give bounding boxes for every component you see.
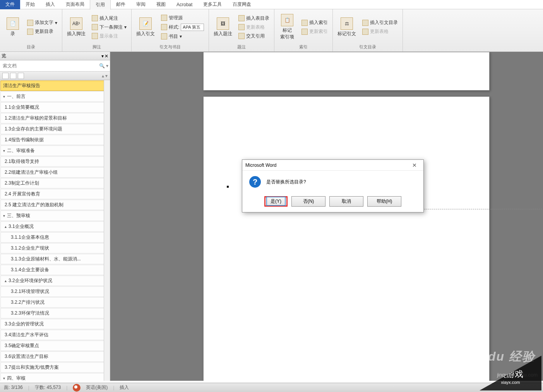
nav-item-label: 四、审核 (7, 375, 26, 381)
expander-icon[interactable]: ▾ (3, 376, 7, 380)
help-button[interactable]: 帮助(H) (367, 196, 401, 207)
update-index-button[interactable]: 更新索引 (300, 27, 329, 36)
nav-item[interactable]: 2.5 建立清洁生产的激励机制 (0, 200, 110, 210)
nav-item[interactable]: 3.7提出和实施无/低费方案 (0, 362, 110, 373)
bibliography-button[interactable]: 书目 ▾ (159, 33, 206, 41)
page-current[interactable]: 目录 (203, 96, 490, 381)
status-mode[interactable]: 插入 (120, 384, 129, 391)
manage-sources-button[interactable]: 管理源 (159, 14, 206, 22)
search-icon[interactable]: 🔍 ▾ (99, 63, 108, 68)
nav-tree[interactable]: 清洁生产审核报告▾一、前言1.1企业简要概况1.2清洁生产审核的背景和目标1.3… (0, 80, 110, 381)
mark-citation-button[interactable]: ⚖标记引文 (336, 11, 358, 43)
cancel-button[interactable]: 取消 (329, 196, 363, 207)
update-toc-button[interactable]: 更新目录 (26, 27, 59, 36)
nav-item[interactable]: 2.1取得领导支持 (0, 156, 110, 167)
next-footnote-label: 下一条脚注 (99, 24, 123, 31)
nav-item[interactable]: 1.3企业存在的主要环境问题 (0, 124, 110, 134)
view-headings-icon[interactable] (2, 73, 9, 79)
nav-item[interactable]: ▾二、审核准备 (0, 146, 110, 156)
nav-item[interactable]: 3.1.2企业生产现状 (0, 243, 110, 253)
insert-citation-button[interactable]: 📝插入引文 (135, 11, 156, 43)
tab-layout[interactable]: 页面布局 (60, 0, 90, 9)
nav-scrollbar[interactable] (104, 80, 110, 381)
nav-item[interactable]: 3.1.4企业主要设备 (0, 265, 110, 275)
tab-baidu[interactable]: 百度网盘 (227, 0, 257, 9)
show-notes-button[interactable]: 显示备注 (90, 32, 128, 40)
nav-item[interactable]: 清洁生产审核报告 (0, 80, 110, 91)
status-bar: 面: 3/136 | 字数: 45,573 | 英语(美国) | 插入 (0, 383, 543, 392)
nav-item[interactable]: ▴3.2企业环境保护状况 (0, 276, 110, 286)
nav-item[interactable]: ▾一、前言 (0, 91, 110, 102)
insert-index-button[interactable]: 插入索引 (300, 19, 329, 27)
toc-icon: 📄 (7, 17, 19, 30)
nav-item[interactable]: 1.4报告书编制依据 (0, 135, 110, 145)
nav-item[interactable]: 3.1.3企业原辅材料、水、能源消... (0, 254, 110, 264)
tab-review[interactable]: 审阅 (131, 0, 151, 9)
nav-item[interactable]: 3.2.1环境管理状况 (0, 286, 110, 297)
expander-icon[interactable]: ▾ (3, 94, 7, 99)
next-footnote-button[interactable]: 下一条脚注 ▾ (90, 23, 128, 31)
nav-item[interactable]: 3.3企业的管理状况 (0, 319, 110, 329)
status-language[interactable]: 英语(美国) (86, 384, 108, 391)
nav-item[interactable]: ▾四、审核 (0, 373, 110, 381)
expander-icon[interactable]: ▴ (5, 279, 9, 283)
view-pages-icon[interactable] (10, 73, 16, 79)
navpane-dropdown-icon[interactable]: ▾ (101, 53, 104, 59)
group-index-label: 索引 (277, 43, 329, 50)
endnote-label: 插入尾注 (99, 15, 118, 22)
nav-item[interactable]: 2.4 开展宣传教育 (0, 189, 110, 199)
add-text-label: 添加文字 (35, 19, 53, 26)
add-text-button[interactable]: 添加文字 ▾ (26, 19, 59, 27)
insert-caption-button[interactable]: 🖼插入题注 (212, 11, 234, 43)
tab-acrobat[interactable]: Acrobat (171, 0, 198, 9)
update-figtable-button[interactable]: 更新表格 (237, 23, 271, 31)
crossref-button[interactable]: 交叉引用 (237, 32, 271, 40)
tab-file[interactable]: 文件 (0, 0, 20, 9)
insert-endnote-button[interactable]: 插入尾注 (90, 14, 128, 22)
nav-item[interactable]: ▴3.1企业概况 (0, 221, 110, 232)
update-icon (27, 29, 33, 35)
view-results-icon[interactable] (18, 73, 24, 79)
citation-style-select[interactable]: 样式: APA 第五 (159, 23, 206, 32)
nav-item[interactable]: 2.2组建清洁生产审核小组 (0, 167, 110, 178)
no-button[interactable]: 否(N) (291, 196, 325, 207)
nav-item[interactable]: 3.4清洁生产水平评估 (0, 330, 110, 340)
toc-button[interactable]: 📄录 (3, 11, 22, 43)
nav-item[interactable]: 3.5确定审核重点 (0, 341, 110, 351)
status-wordcount[interactable]: 字数: 45,573 (35, 384, 61, 391)
expander-icon[interactable]: ▾ (3, 214, 7, 218)
yes-button[interactable]: 是(Y) (266, 197, 286, 206)
nav-item[interactable]: 3.1.1企业基本信息 (0, 232, 110, 243)
nav-item[interactable]: 1.1企业简要概况 (0, 102, 110, 113)
search-input[interactable] (2, 62, 99, 70)
expander-icon[interactable]: ▾ (3, 149, 7, 153)
dialog-titlebar: Microsoft Word ✕ (242, 160, 423, 171)
nav-item[interactable]: 3.6设置清洁生产目标 (0, 351, 110, 362)
insert-footnote-button[interactable]: AB¹插入脚注 (65, 11, 87, 43)
tab-home[interactable]: 开始 (20, 0, 40, 9)
nav-item[interactable]: 1.2清洁生产审核的背景和目标 (0, 113, 110, 123)
insert-authority-button[interactable]: 插入引文目录 (361, 19, 399, 27)
style-value[interactable]: APA 第五 (181, 24, 204, 31)
expander-icon[interactable]: ▴ (5, 224, 9, 229)
search-box: 🔍 ▾ (0, 60, 110, 72)
insert-figtable-button[interactable]: 插入表目录 (237, 14, 271, 22)
updateauth-label: 更新表格 (370, 28, 389, 35)
tab-references[interactable]: 引用 (90, 0, 111, 10)
mark-index-button[interactable]: 📋标记 索引项 (277, 11, 297, 43)
tab-view[interactable]: 视图 (151, 0, 171, 9)
nav-item[interactable]: ▾三、预审核 (0, 211, 110, 221)
update-authority-button[interactable]: 更新表格 (361, 27, 399, 36)
tab-insert[interactable]: 插入 (40, 0, 60, 9)
nav-item[interactable]: 2.3制定工作计划 (0, 178, 110, 188)
collapse-all-icon[interactable]: ▴ ▾ (102, 73, 108, 79)
nav-item[interactable]: 3.2.2产排污状况 (0, 297, 110, 308)
nav-item[interactable]: 3.2.3环保守法情况 (0, 308, 110, 318)
navpane-title: 览 (2, 53, 6, 59)
tab-moretools[interactable]: 更多工具 (198, 0, 227, 9)
document-area[interactable]: 目录 Microsoft Word ✕ ? 是否替换所选目录? 是(Y) 否(N… (110, 52, 543, 381)
dialog-close-icon[interactable]: ✕ (409, 162, 420, 168)
tab-mail[interactable]: 邮件 (111, 0, 131, 9)
status-page[interactable]: 面: 3/136 (4, 384, 23, 391)
navpane-close-icon[interactable]: ✕ (104, 53, 108, 59)
